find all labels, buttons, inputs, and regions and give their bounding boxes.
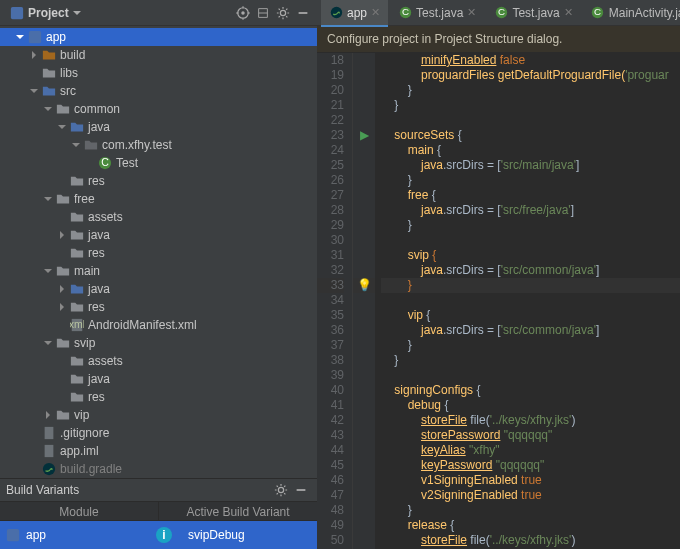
tree-item-build[interactable]: build <box>0 46 317 64</box>
minimize-icon[interactable] <box>293 3 313 23</box>
editor-tab[interactable]: C MainActivity.java ✕ <box>583 0 680 26</box>
folder-icon <box>69 227 85 243</box>
chevron-down-icon <box>14 33 26 41</box>
class-icon: C <box>591 6 605 20</box>
tree-item-res[interactable]: res <box>0 298 317 316</box>
gutter-marks[interactable]: ▶💡 <box>353 53 375 549</box>
minimize-icon[interactable] <box>291 480 311 500</box>
tree-item-Test[interactable]: C Test <box>0 154 317 172</box>
tree-item-label: common <box>74 102 120 116</box>
chevron-down-icon <box>42 339 54 347</box>
tree-item-label: AndroidManifest.xml <box>88 318 197 332</box>
tree-item-vip[interactable]: vip <box>0 406 317 424</box>
chevron-down-icon <box>42 267 54 275</box>
folder-icon <box>69 353 85 369</box>
tree-item-java[interactable]: java <box>0 280 317 298</box>
info-icon[interactable]: i <box>156 527 172 543</box>
tree-item-app-iml[interactable]: app.iml <box>0 442 317 460</box>
tree-item-label: assets <box>88 354 123 368</box>
tree-item-libs[interactable]: libs <box>0 64 317 82</box>
chevron-down-icon <box>42 195 54 203</box>
tree-item-label: libs <box>60 66 78 80</box>
tab-label: Test.java <box>512 6 559 20</box>
close-icon[interactable]: ✕ <box>467 6 476 19</box>
class-icon: C <box>97 155 113 171</box>
collapse-icon[interactable] <box>253 3 273 23</box>
tree-item-label: build.gradle <box>60 462 122 476</box>
svg-point-12 <box>43 463 55 475</box>
folder-icon <box>55 101 71 117</box>
tree-item-common[interactable]: common <box>0 100 317 118</box>
gradle-icon <box>329 6 343 20</box>
tree-item-assets[interactable]: assets <box>0 208 317 226</box>
code-area[interactable]: minifyEnabled false proguardFiles getDef… <box>375 53 680 549</box>
project-tree[interactable]: app build libs src common java com.xfhy.… <box>0 26 317 478</box>
tree-item-free[interactable]: free <box>0 190 317 208</box>
tree-item-java[interactable]: java <box>0 226 317 244</box>
svg-text:C: C <box>594 6 601 17</box>
tree-item-app[interactable]: app <box>0 28 317 46</box>
project-title-dropdown[interactable]: Project <box>4 4 87 22</box>
folder-icon <box>69 371 85 387</box>
gear-icon[interactable] <box>271 480 291 500</box>
tree-item-label: src <box>60 84 76 98</box>
tree-item-src[interactable]: src <box>0 82 317 100</box>
chevron-down-icon <box>70 141 82 149</box>
chevron-right-icon <box>56 303 68 311</box>
chevron-down-icon <box>73 9 81 17</box>
editor[interactable]: 1819202122232425262728293031323334353637… <box>317 53 680 549</box>
xml-icon: xml <box>69 317 85 333</box>
tree-item-label: res <box>88 246 105 260</box>
tree-item-label: build <box>60 48 85 62</box>
bv-row[interactable]: app i svipDebug <box>0 521 317 549</box>
close-icon[interactable]: ✕ <box>564 6 573 19</box>
svg-point-13 <box>278 487 283 492</box>
svg-point-16 <box>330 7 341 18</box>
gear-icon[interactable] <box>273 3 293 23</box>
tree-item-label: com.xfhy.test <box>102 138 172 152</box>
folder-icon <box>69 209 85 225</box>
bv-module: app <box>26 528 46 542</box>
folder-icon <box>69 299 85 315</box>
tree-item-svip[interactable]: svip <box>0 334 317 352</box>
target-icon[interactable] <box>233 3 253 23</box>
tree-item-com-xfhy-test[interactable]: com.xfhy.test <box>0 136 317 154</box>
folder-icon <box>55 407 71 423</box>
chevron-down-icon <box>42 105 54 113</box>
folder-src-icon <box>69 281 85 297</box>
svg-text:C: C <box>101 156 109 168</box>
gutter[interactable]: 1819202122232425262728293031323334353637… <box>317 53 353 549</box>
bv-variant: svipDebug <box>188 528 311 542</box>
file-icon <box>41 425 57 441</box>
tree-item-java[interactable]: java <box>0 118 317 136</box>
svg-text:C: C <box>402 6 409 17</box>
tree-item-res[interactable]: res <box>0 244 317 262</box>
tree-item-res[interactable]: res <box>0 388 317 406</box>
editor-tabs: app ✕C Test.java ✕C Test.java ✕C MainAct… <box>317 0 680 26</box>
svg-rect-4 <box>299 12 308 14</box>
tree-item-main[interactable]: main <box>0 262 317 280</box>
file-icon <box>41 443 57 459</box>
svg-rect-10 <box>45 427 54 439</box>
editor-tab[interactable]: C Test.java ✕ <box>390 0 484 26</box>
folder-src-icon <box>41 83 57 99</box>
tree-item-java[interactable]: java <box>0 370 317 388</box>
svg-text:xml: xml <box>70 318 84 330</box>
tree-item-assets[interactable]: assets <box>0 352 317 370</box>
close-icon[interactable]: ✕ <box>371 6 380 19</box>
editor-tab[interactable]: app ✕ <box>321 0 388 26</box>
tree-item-label: java <box>88 372 110 386</box>
tab-label: Test.java <box>416 6 463 20</box>
tree-item-res[interactable]: res <box>0 172 317 190</box>
editor-tab[interactable]: C Test.java ✕ <box>486 0 580 26</box>
chevron-right-icon <box>42 411 54 419</box>
bv-col-variant: Active Build Variant <box>159 502 317 520</box>
folder-icon <box>69 173 85 189</box>
class-icon: C <box>494 6 508 20</box>
tree-item-build-gradle[interactable]: build.gradle <box>0 460 317 478</box>
tree-item-AndroidManifest-xml[interactable]: xml AndroidManifest.xml <box>0 316 317 334</box>
tree-item--gitignore[interactable]: .gitignore <box>0 424 317 442</box>
build-variants-title: Build Variants <box>6 483 79 497</box>
config-banner[interactable]: Configure project in Project Structure d… <box>317 26 680 53</box>
tree-item-label: main <box>74 264 100 278</box>
